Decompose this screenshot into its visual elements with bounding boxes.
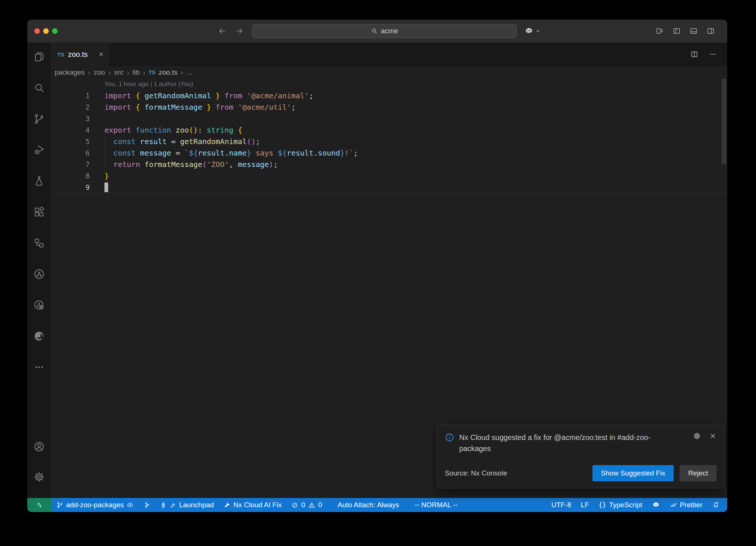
code-line-9[interactable]: 9 bbox=[51, 181, 727, 193]
eol-status[interactable]: LF bbox=[576, 498, 594, 512]
code-line-7[interactable]: 7 return formatMessage('ZOO', message); bbox=[51, 158, 727, 170]
source-control-graph-status[interactable] bbox=[139, 498, 155, 512]
copilot-menu[interactable] bbox=[524, 20, 540, 42]
beaker-icon bbox=[33, 175, 45, 187]
code-line-6[interactable]: 6 const message = `${result.name} says $… bbox=[51, 147, 727, 158]
split-editor-icon bbox=[690, 50, 698, 58]
info-icon bbox=[445, 433, 454, 442]
arrow-left-icon bbox=[218, 27, 227, 35]
breadcrumb-item-more[interactable]: ... bbox=[186, 68, 192, 76]
gear-icon bbox=[33, 471, 45, 483]
settings-button[interactable] bbox=[33, 471, 45, 483]
breadcrumb-item[interactable]: packages bbox=[55, 68, 85, 76]
line-number: 1 bbox=[51, 92, 90, 100]
activity-search-button[interactable] bbox=[33, 82, 45, 94]
more-actions-button[interactable] bbox=[709, 50, 717, 58]
line-number: 3 bbox=[51, 115, 90, 123]
breadcrumb-separator: › bbox=[109, 68, 111, 77]
git-branch-status[interactable]: add-zoo-packages bbox=[52, 498, 139, 512]
activity-project-graph-button[interactable] bbox=[33, 237, 45, 249]
code-line-2[interactable]: 2import { formatMessage } from '@acme/ut… bbox=[51, 101, 727, 113]
breadcrumb-item[interactable]: zoo bbox=[94, 68, 105, 76]
launchpad-status[interactable]: Launchpad bbox=[155, 498, 219, 512]
code-line-8[interactable]: 8} bbox=[51, 170, 727, 181]
run-debug-icon bbox=[33, 144, 45, 156]
toggle-panel-button[interactable] bbox=[690, 27, 698, 35]
activity-edge-tools-button[interactable] bbox=[33, 330, 45, 342]
remote-indicator-button[interactable] bbox=[27, 498, 52, 512]
accounts-button[interactable] bbox=[33, 440, 45, 453]
minimize-window-button[interactable] bbox=[43, 28, 49, 34]
titlebar: acme bbox=[27, 20, 727, 42]
nx-cloud-ai-fix-status[interactable]: Nx Cloud AI Fix bbox=[219, 498, 286, 512]
breadcrumb-item-file[interactable]: zoo.ts bbox=[159, 68, 178, 76]
toast-close-button[interactable] bbox=[709, 432, 717, 440]
reject-button[interactable]: Reject bbox=[680, 465, 717, 481]
encoding-status[interactable]: UTF-8 bbox=[546, 498, 576, 512]
vim-mode-status[interactable]: -- NORMAL -- bbox=[410, 498, 462, 512]
code-line-3[interactable]: 3 bbox=[51, 113, 727, 124]
ellipsis-icon bbox=[33, 361, 45, 373]
breadcrumb-item[interactable]: src bbox=[114, 68, 123, 76]
toast-source: Source: Nx Console bbox=[445, 469, 507, 477]
breadcrumb-separator: › bbox=[143, 68, 145, 77]
git-branch-icon bbox=[33, 113, 45, 125]
command-center-search[interactable]: acme bbox=[252, 24, 517, 38]
copilot-icon bbox=[652, 501, 660, 509]
activity-bar bbox=[27, 42, 51, 498]
activity-nx-console-button[interactable] bbox=[33, 268, 45, 280]
close-window-button[interactable] bbox=[34, 28, 40, 34]
tab-zoo-ts[interactable]: TS zoo.ts bbox=[51, 42, 109, 66]
language-mode-status[interactable]: {} TypeScript bbox=[594, 498, 647, 512]
activity-nx-cloud-button[interactable] bbox=[33, 299, 45, 311]
code-line-5[interactable]: 5 const result = getRandomAnimal(); bbox=[51, 136, 727, 147]
search-value: acme bbox=[381, 27, 398, 35]
code-text bbox=[104, 182, 108, 192]
account-icon bbox=[33, 441, 45, 453]
copilot-status[interactable] bbox=[647, 498, 665, 512]
code-text: return formatMessage('ZOO', message); bbox=[104, 160, 278, 169]
back-button[interactable] bbox=[218, 27, 227, 35]
toggle-primary-sidebar-button[interactable] bbox=[673, 27, 681, 35]
activity-more-views-button[interactable] bbox=[33, 361, 45, 373]
formatter-status[interactable]: Prettier bbox=[665, 498, 707, 512]
error-count: 0 bbox=[301, 501, 305, 509]
breadcrumb-item[interactable]: lib bbox=[133, 68, 140, 76]
activity-run-debug-button[interactable] bbox=[33, 144, 45, 156]
connected-squares-icon bbox=[33, 237, 45, 249]
edge-browser-icon bbox=[33, 330, 45, 342]
customize-layout-button[interactable] bbox=[656, 27, 664, 35]
problems-status[interactable]: 0 0 bbox=[286, 498, 327, 512]
toggle-secondary-sidebar-button[interactable] bbox=[707, 27, 715, 35]
line-number: 6 bbox=[51, 149, 90, 157]
indent-guide bbox=[104, 136, 105, 170]
git-branch-icon bbox=[56, 502, 63, 508]
nx-console-icon bbox=[33, 268, 45, 280]
maximize-window-button[interactable] bbox=[52, 28, 58, 34]
chevron-down-icon bbox=[535, 28, 540, 34]
close-icon bbox=[98, 51, 104, 58]
customize-layout-icon bbox=[656, 27, 664, 35]
breadcrumb: packages › zoo › src › lib › TS zoo.ts ›… bbox=[51, 66, 727, 79]
activity-extensions-button[interactable] bbox=[33, 206, 45, 218]
gear-icon bbox=[693, 432, 701, 440]
show-suggested-fix-button[interactable]: Show Suggested Fix bbox=[592, 465, 674, 481]
activity-testing-button[interactable] bbox=[33, 175, 45, 187]
wrench-icon bbox=[223, 502, 230, 509]
activity-explorer-button[interactable] bbox=[33, 51, 45, 63]
breadcrumb-separator: › bbox=[127, 68, 130, 77]
panel-bottom-icon bbox=[690, 27, 698, 35]
code-line-4[interactable]: 4export function zoo(): string { bbox=[51, 124, 727, 136]
forward-button[interactable] bbox=[235, 27, 244, 35]
auto-attach-status[interactable]: Auto Attach: Always bbox=[333, 498, 404, 512]
close-tab-button[interactable] bbox=[98, 51, 104, 58]
code-text: } bbox=[104, 171, 109, 180]
editor-scrollbar[interactable] bbox=[722, 79, 726, 164]
code-line-1[interactable]: 1import { getRandomAnimal } from '@acme/… bbox=[51, 90, 727, 101]
toast-settings-button[interactable] bbox=[693, 432, 701, 440]
ellipsis-icon bbox=[709, 50, 717, 58]
activity-source-control-button[interactable] bbox=[33, 113, 45, 125]
history-nav bbox=[218, 20, 244, 42]
notifications-bell-button[interactable] bbox=[707, 498, 724, 512]
split-editor-button[interactable] bbox=[690, 50, 698, 58]
